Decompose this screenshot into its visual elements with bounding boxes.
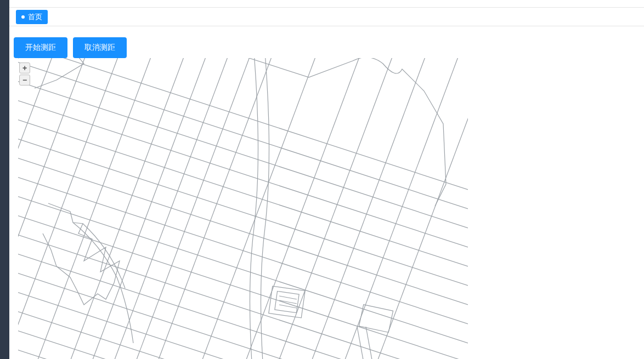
svg-line-29	[281, 58, 435, 359]
svg-line-14	[18, 332, 468, 359]
content-area: 开始测距 取消测距 + −	[9, 26, 644, 359]
svg-line-30	[314, 58, 468, 359]
svg-line-4	[18, 140, 468, 305]
svg-line-24	[106, 58, 259, 359]
map-toolbar: 开始测距 取消测距	[14, 37, 127, 58]
zoom-controls: + −	[19, 62, 30, 86]
svg-line-10	[18, 255, 468, 359]
svg-line-38	[357, 327, 369, 359]
tab-home-label: 首页	[28, 12, 42, 22]
circle-icon	[21, 15, 25, 19]
svg-line-25	[128, 58, 281, 359]
svg-line-34	[279, 296, 297, 299]
svg-line-26	[172, 58, 325, 359]
svg-line-2	[18, 102, 468, 266]
top-bar	[9, 0, 644, 8]
tab-home[interactable]: 首页	[16, 10, 48, 24]
map-svg	[18, 58, 468, 359]
svg-line-39	[366, 327, 378, 359]
svg-line-27	[216, 58, 369, 359]
zoom-in-button[interactable]: +	[19, 62, 30, 73]
tab-bar: 首页	[9, 8, 644, 26]
svg-line-0	[18, 64, 468, 228]
start-measure-button[interactable]: 开始测距	[14, 37, 67, 58]
left-sidebar	[0, 0, 9, 359]
svg-line-3	[18, 121, 468, 286]
svg-line-36	[279, 305, 297, 308]
zoom-out-button[interactable]: −	[19, 75, 30, 86]
svg-line-6	[18, 179, 468, 343]
svg-line-20	[18, 58, 161, 359]
cancel-measure-button[interactable]: 取消测距	[73, 37, 127, 58]
svg-line-7	[18, 198, 468, 359]
map-canvas[interactable]	[18, 58, 644, 359]
svg-line-8	[18, 217, 468, 359]
svg-line-1	[18, 83, 468, 247]
svg-line-23	[84, 58, 238, 359]
